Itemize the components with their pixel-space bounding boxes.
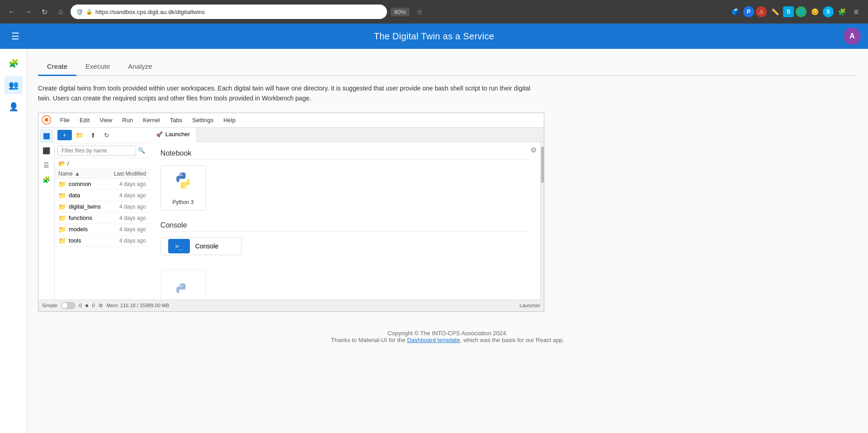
- page-footer: Copyright © The INTO-CPS Association 202…: [38, 312, 857, 352]
- sidebar-item-users[interactable]: 👥: [5, 76, 23, 94]
- thanks-text: Thanks to Material-UI for the Dashboard …: [47, 337, 848, 343]
- sidebar-item-extensions[interactable]: 🧩: [5, 54, 23, 72]
- jlab-scrollbar[interactable]: [540, 142, 544, 300]
- jlab-icon-commands[interactable]: ☰: [40, 158, 53, 172]
- tab-analyze[interactable]: Analyze: [119, 58, 161, 76]
- jlab-menu-edit[interactable]: Edit: [75, 115, 94, 125]
- jlab-file-modified: 4 days ago: [101, 238, 146, 244]
- jlab-launcher-container: ⚙ Notebook: [150, 142, 544, 300]
- browser-extensions: 🗳️ P ⚠ ✏️ S 🌐 😊 S 🧩 ≡: [729, 5, 863, 18]
- menu-button[interactable]: ≡: [850, 5, 863, 18]
- file-name-label: data: [69, 192, 80, 199]
- forward-button[interactable]: →: [22, 5, 34, 18]
- jlab-file-name: 📁 data: [58, 192, 101, 199]
- jlab-console-section-title: Console: [160, 221, 529, 232]
- jlab-icon-running[interactable]: ⬛: [40, 144, 53, 157]
- pocket-icon[interactable]: 🗳️: [729, 5, 741, 18]
- jlab-file-name: 📁 tools: [58, 237, 101, 244]
- lock-icon: 🔒: [86, 9, 93, 15]
- settings-cog[interactable]: ⚙: [99, 303, 103, 309]
- jlab-file-modified: 4 days ago: [101, 192, 146, 199]
- jlab-menu-kernel[interactable]: Kernel: [138, 115, 165, 125]
- console-label: Console: [195, 243, 218, 250]
- zoom-indicator: 80%: [391, 8, 410, 16]
- jlab-file-row[interactable]: 📁 tools 4 days ago: [55, 235, 150, 247]
- main-layout: 🧩 👥 👤 Create Execute Analyze Create digi…: [0, 49, 868, 433]
- jlab-statusbar: Simple 0 ■ 0 ⚙ Mem: 116.18 / 15989.00 MB…: [38, 300, 544, 311]
- extension-face-icon[interactable]: 😊: [808, 5, 821, 18]
- simple-label: Simple: [42, 303, 57, 308]
- mem-label: Mem: 116.18 / 15989.00 MB: [107, 303, 170, 308]
- extensions-button[interactable]: 🧩: [835, 5, 848, 18]
- jlab-console-grid: >_ Console: [160, 237, 529, 255]
- jlab-file-row[interactable]: 📁 models 4 days ago: [55, 224, 150, 235]
- folder-icon: 📂: [58, 160, 66, 167]
- jlab-menu-tabs[interactable]: Tabs: [165, 115, 187, 125]
- jlab-file-row[interactable]: 📁 functions 4 days ago: [55, 213, 150, 224]
- jlab-current-path: 📂 /: [55, 158, 150, 169]
- launcher-tab-icon: 🚀: [156, 131, 163, 138]
- jlab-upload-button[interactable]: ⬆: [87, 129, 99, 141]
- profile-icon[interactable]: P: [743, 6, 754, 17]
- extension-skype-icon[interactable]: S: [823, 6, 834, 17]
- tab-execute[interactable]: Execute: [76, 58, 119, 76]
- reload-button[interactable]: ↻: [38, 5, 51, 18]
- jlab-new-folder-button[interactable]: 📁: [74, 129, 85, 141]
- jlab-menu-view[interactable]: View: [95, 115, 117, 125]
- jlab-python3-card[interactable]: Python 3: [160, 165, 206, 210]
- jlab-file-modified: 4 days ago: [101, 215, 146, 221]
- jlab-file-name: 📁 functions: [58, 214, 101, 222]
- jlab-search-input[interactable]: [57, 146, 136, 156]
- jlab-file-modified: 4 days ago: [101, 204, 146, 210]
- folder-icon: 📁: [58, 181, 66, 188]
- plus-icon: +: [63, 132, 66, 138]
- extension-red-icon[interactable]: ⚠: [756, 6, 767, 17]
- jlab-menu-run[interactable]: Run: [118, 115, 137, 125]
- jlab-file-rows: 📁 common 4 days ago 📁 data 4 days ago 📁 …: [55, 179, 150, 247]
- jlab-icon-filebrowser[interactable]: [40, 129, 53, 143]
- jlab-menu-settings[interactable]: Settings: [188, 115, 218, 125]
- jlab-tab-launcher[interactable]: 🚀 Launcher: [150, 128, 197, 142]
- jlab-search-row: 🔍: [55, 143, 150, 158]
- browser-chrome: ← → ↻ ⌂ 🛡️ 🔒 https://sandbox.cps.digit.a…: [0, 0, 868, 24]
- sidebar-item-user-friends[interactable]: 👤: [5, 98, 23, 116]
- kernel-count-1: 0: [79, 303, 82, 308]
- jlab-menu-help[interactable]: Help: [219, 115, 240, 125]
- folder-icon: 📁: [58, 226, 66, 233]
- jlab-extra-card[interactable]: [160, 270, 206, 300]
- jlab-file-row[interactable]: 📁 common 4 days ago: [55, 179, 150, 190]
- jlab-main-panel: 🚀 Launcher ⚙ Notebook: [150, 128, 544, 300]
- jlab-file-row[interactable]: 📁 digital_twins 4 days ago: [55, 201, 150, 213]
- user-avatar[interactable]: A: [844, 28, 861, 45]
- extension-pen-icon[interactable]: ✏️: [769, 5, 781, 18]
- app-header: ☰ The Digital Twin as a Service A: [0, 24, 868, 49]
- home-button[interactable]: ⌂: [54, 5, 67, 18]
- tab-create[interactable]: Create: [38, 58, 76, 76]
- folder-icon: 📁: [58, 203, 66, 210]
- jlab-menu-file[interactable]: File: [56, 115, 74, 125]
- dashboard-template-link[interactable]: Dashboard template: [407, 337, 460, 343]
- jlab-menubar: File Edit View Run Kernel Tabs Settings …: [38, 113, 544, 128]
- file-name-label: common: [69, 181, 91, 187]
- extension-s-icon[interactable]: S: [783, 6, 794, 17]
- jlab-modified-header[interactable]: Last Modified: [101, 171, 146, 177]
- hamburger-menu[interactable]: ☰: [7, 28, 24, 44]
- simple-toggle[interactable]: [61, 302, 75, 309]
- back-button[interactable]: ←: [5, 5, 18, 18]
- jlab-body: ⬛ ☰ 🧩 +: [38, 128, 544, 300]
- jlab-search-button[interactable]: 🔍: [136, 145, 147, 156]
- bookmark-button[interactable]: ☆: [413, 5, 426, 18]
- jlab-icon-extensionmanager[interactable]: 🧩: [40, 173, 53, 186]
- jlab-gear-button[interactable]: ⚙: [530, 146, 537, 154]
- folder-icon: 📁: [58, 192, 66, 199]
- jlab-new-button[interactable]: +: [57, 130, 72, 140]
- jlab-console-card[interactable]: >_ Console: [160, 237, 242, 255]
- jlab-name-header[interactable]: Name ▲: [58, 171, 101, 177]
- jlab-file-row[interactable]: 📁 data 4 days ago: [55, 190, 150, 201]
- jlab-refresh-button[interactable]: ↻: [101, 129, 113, 141]
- app-title: The Digital Twin as a Service: [374, 31, 494, 42]
- extra-icon: [172, 281, 194, 300]
- extension-green-icon[interactable]: 🌐: [796, 6, 807, 17]
- jupyterlab-frame: File Edit View Run Kernel Tabs Settings …: [38, 113, 544, 312]
- jlab-notebook-section-title: Notebook: [160, 149, 529, 160]
